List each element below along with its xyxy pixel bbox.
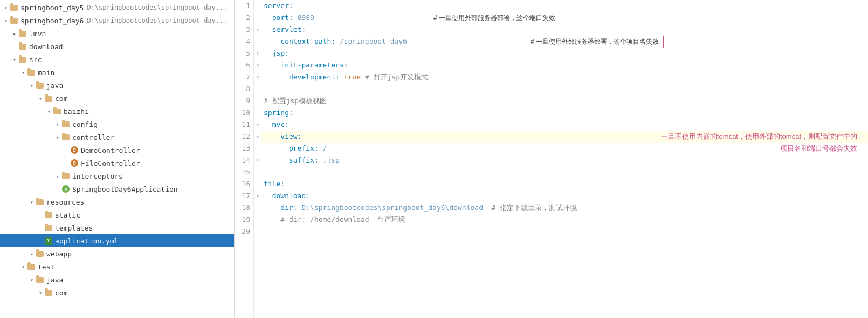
code-line-10: spring: xyxy=(261,107,868,119)
tree-item-label-baizhi: baizhi xyxy=(64,107,89,116)
code-line-8 xyxy=(261,83,868,95)
tree-item-label-com2: com xyxy=(55,289,67,297)
sidebar-item-mvn[interactable]: .mvn xyxy=(0,27,234,40)
fold-marker-4[interactable] xyxy=(254,36,261,48)
sidebar-item-DemoController[interactable]: CDemoController xyxy=(0,144,234,157)
sidebar-item-FileController[interactable]: CFileController xyxy=(0,157,234,170)
fold-marker-5[interactable]: ▾ xyxy=(254,48,261,59)
tree-arrow-test[interactable] xyxy=(19,263,27,270)
sidebar-item-templates[interactable]: templates xyxy=(0,221,234,234)
sidebar-item-test[interactable]: test xyxy=(0,260,234,273)
code-line-1: server: xyxy=(261,0,868,12)
fold-marker-20[interactable] xyxy=(254,226,261,238)
sidebar-item-resources[interactable]: resources xyxy=(0,195,234,208)
fold-marker-2[interactable] xyxy=(254,12,261,24)
file-tree-sidebar: springboot_day5D:\springbootcodes\spring… xyxy=(0,0,235,318)
code-line-12: view:一旦不使用内嵌的tomcat，使用外部的tomcat，则配置文件中的 xyxy=(261,131,868,143)
tree-arrow-FileController[interactable] xyxy=(63,159,70,167)
sidebar-item-config[interactable]: config xyxy=(0,118,234,131)
sidebar-item-com2[interactable]: com xyxy=(0,286,234,299)
folder-icon-springboot_day6 xyxy=(10,16,18,25)
fold-marker-19[interactable] xyxy=(254,214,261,226)
fold-marker-16[interactable] xyxy=(254,178,261,190)
tree-arrow-download[interactable] xyxy=(11,43,18,50)
folder-icon-controller xyxy=(61,133,70,141)
fold-marker-1[interactable] xyxy=(254,0,261,12)
code-line-11: mvc: xyxy=(261,119,868,131)
code-text-19: # dir: /home/download 生产环境 xyxy=(261,214,868,226)
sidebar-item-src[interactable]: src xyxy=(0,53,234,66)
fold-marker-15[interactable] xyxy=(254,166,261,178)
sidebar-item-main[interactable]: main xyxy=(0,66,234,79)
fold-marker-12[interactable]: ▾ xyxy=(254,131,261,143)
code-area: server: port: 8989# 一旦使用外部服务器部署，这个端口失效 s… xyxy=(261,0,868,318)
code-line-2: port: 8989# 一旦使用外部服务器部署，这个端口失效 xyxy=(261,12,868,24)
folder-icon-config xyxy=(61,120,70,128)
tree-arrow-main[interactable] xyxy=(19,69,27,76)
sidebar-item-SpringbootDay6Application[interactable]: ✿SpringbootDay6Application xyxy=(0,182,234,195)
code-text-11: mvc: xyxy=(261,119,868,131)
fold-marker-14[interactable]: ▾ xyxy=(254,154,261,166)
code-text-15 xyxy=(261,166,868,178)
fold-marker-11[interactable]: ▾ xyxy=(254,119,261,131)
fold-marker-6[interactable]: ▾ xyxy=(254,59,261,71)
sidebar-item-java2[interactable]: java xyxy=(0,273,234,286)
folder-icon-interceptors xyxy=(61,172,70,180)
tree-arrow-application.yml[interactable] xyxy=(37,237,44,245)
line-number-8: 8 xyxy=(235,83,253,95)
code-line-5: jsp: xyxy=(261,48,868,59)
tree-arrow-com[interactable] xyxy=(37,94,44,102)
line-number-17: 17 xyxy=(235,190,253,202)
tree-arrow-springboot_day5[interactable] xyxy=(2,4,10,11)
line-number-14: 14 xyxy=(235,154,253,166)
sidebar-item-baizhi[interactable]: baizhi xyxy=(0,105,234,118)
tree-arrow-templates[interactable] xyxy=(37,224,44,232)
line-numbers: 1234567891011121314151617181920 xyxy=(235,0,254,318)
code-line-9: # 配置jsp模板视图 xyxy=(261,95,868,107)
code-line-20 xyxy=(261,226,868,238)
tree-arrow-DemoController[interactable] xyxy=(63,146,70,154)
editor-wrapper: 1234567891011121314151617181920 ▾▾▾▾▾▾▾▾… xyxy=(235,0,868,318)
sidebar-item-controller[interactable]: controller xyxy=(0,131,234,144)
tree-arrow-java[interactable] xyxy=(28,82,36,89)
fold-marker-7[interactable]: ▾ xyxy=(254,71,261,83)
fold-marker-8[interactable] xyxy=(254,83,261,95)
sidebar-item-springboot_day5[interactable]: springboot_day5D:\springbootcodes\spring… xyxy=(0,1,234,14)
fold-marker-3[interactable]: ▾ xyxy=(254,24,261,36)
fold-marker-18[interactable] xyxy=(254,202,261,214)
sidebar-item-application.yml[interactable]: application.yml xyxy=(0,234,234,247)
code-text-4: context-path: /springboot_day6 xyxy=(261,36,868,48)
tree-arrow-webapp[interactable] xyxy=(28,250,36,258)
tree-arrow-SpringbootDay6Application[interactable] xyxy=(54,185,61,193)
tree-arrow-com2[interactable] xyxy=(37,289,44,296)
tree-arrow-baizhi[interactable] xyxy=(45,107,53,115)
tree-item-path-springboot_day6: D:\springbootcodes\springboot_day... xyxy=(87,17,227,24)
fold-marker-13[interactable] xyxy=(254,143,261,154)
code-text-16: file: xyxy=(261,178,868,190)
code-text-18: dir: D:\springbootcodes\springboot_day6\… xyxy=(261,202,868,214)
tree-arrow-mvn[interactable] xyxy=(11,30,18,37)
fold-gutter[interactable]: ▾▾▾▾▾▾▾▾ xyxy=(254,0,261,318)
fold-marker-17[interactable]: ▾ xyxy=(254,190,261,202)
tree-arrow-springboot_day6[interactable] xyxy=(2,17,10,24)
code-text-6: init-parameters: xyxy=(261,59,868,71)
line-number-9: 9 xyxy=(235,95,253,107)
fold-marker-10[interactable] xyxy=(254,107,261,119)
fold-marker-9[interactable] xyxy=(254,95,261,107)
sidebar-item-com[interactable]: com xyxy=(0,92,234,105)
tree-arrow-controller[interactable] xyxy=(54,133,61,141)
sidebar-item-static[interactable]: static xyxy=(0,208,234,221)
sidebar-item-java[interactable]: java xyxy=(0,79,234,92)
sidebar-item-download[interactable]: download xyxy=(0,40,234,53)
sidebar-item-springboot_day6[interactable]: springboot_day6D:\springbootcodes\spring… xyxy=(0,14,234,27)
tree-arrow-src[interactable] xyxy=(11,56,18,63)
tree-arrow-interceptors[interactable] xyxy=(54,172,61,180)
tree-arrow-static[interactable] xyxy=(37,211,44,219)
tree-arrow-config[interactable] xyxy=(54,120,61,128)
tree-item-label-mvn: .mvn xyxy=(29,30,46,38)
code-line-13: prefix: /项目名和端口号都会失效 xyxy=(261,143,868,154)
tree-arrow-resources[interactable] xyxy=(28,198,36,206)
sidebar-item-interceptors[interactable]: interceptors xyxy=(0,170,234,182)
sidebar-item-webapp[interactable]: webapp xyxy=(0,247,234,260)
tree-arrow-java2[interactable] xyxy=(28,276,36,283)
